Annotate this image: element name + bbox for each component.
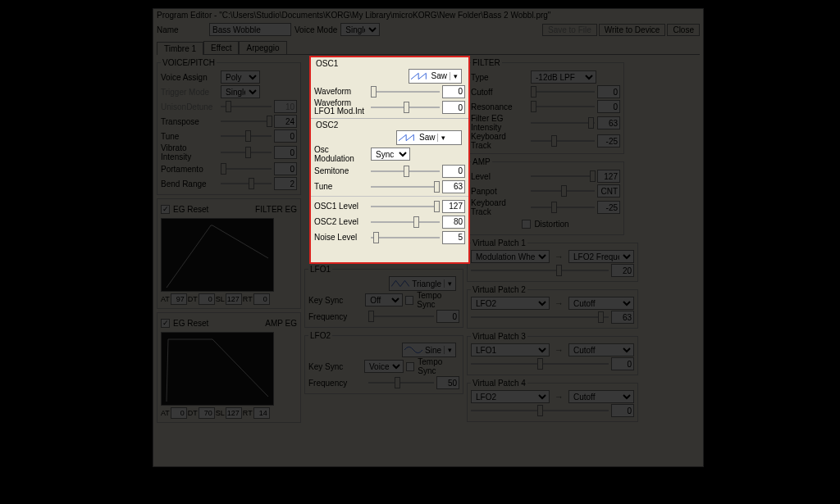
noise-level-slider[interactable] (371, 232, 440, 243)
osc2-wave-select[interactable]: Saw ▾ (396, 130, 462, 145)
tune-slider[interactable] (221, 130, 272, 142)
distortion-checkbox[interactable]: Distortion (522, 220, 568, 229)
arrow-right-icon: → (553, 345, 565, 355)
vp2-dst-select[interactable]: Cutoff (568, 297, 634, 310)
osc2-level-slider[interactable] (371, 216, 440, 228)
unison-detune-slider (221, 101, 272, 112)
osc1-lfo1mod-slider[interactable] (371, 102, 440, 113)
portamento-slider[interactable] (221, 163, 272, 175)
vp4-slider[interactable] (471, 405, 609, 416)
highlight-region: OSC1 Saw ▾ Waveform0 Waveform LFO1 Mod.I… (309, 56, 470, 264)
chevron-down-icon: ▾ (450, 72, 459, 80)
osc2-semitone-slider[interactable] (371, 166, 440, 177)
tab-arpeggio[interactable]: Arpeggio (239, 41, 286, 54)
osc1-level-slider[interactable] (371, 201, 440, 212)
osc2-legend: OSC2 (316, 120, 465, 129)
resonance-slider[interactable] (531, 101, 595, 112)
osc1-legend: OSC1 (316, 59, 465, 68)
vp2-src-select[interactable]: LFO2 (471, 297, 550, 310)
vibrato-slider[interactable] (221, 147, 272, 158)
vp3-group: Virtual Patch 3 LFO1→Cutoff 0 (467, 332, 638, 375)
voice-mode-select[interactable]: Single (340, 23, 380, 36)
chevron-down-icon: ▾ (437, 134, 447, 142)
vp2-slider[interactable] (471, 311, 609, 323)
amp-kbd-slider[interactable] (531, 202, 595, 213)
write-to-device-button[interactable]: Write to Device (599, 24, 666, 36)
lfo1-group: LFO1 Triangle▾ Key SyncOffTempo Sync Fre… (304, 265, 463, 328)
vp3-slider[interactable] (471, 358, 609, 370)
chevron-down-icon: ▾ (444, 346, 454, 354)
filter-group: FILTER Type-12dB LPF Cutoff0 Resonance0 … (467, 58, 624, 154)
vp1-slider[interactable] (471, 265, 609, 276)
vp1-src-select[interactable]: Modulation Wheel (471, 250, 550, 263)
lfo2-wave-select[interactable]: Sine▾ (402, 343, 456, 357)
saw-wave-icon (411, 71, 429, 81)
program-name-input[interactable] (209, 23, 291, 36)
lfo1-tempo-sync-checkbox[interactable]: Tempo Sync (405, 291, 459, 309)
vp3-src-select[interactable]: LFO1 (471, 343, 550, 356)
cutoff-slider[interactable] (531, 86, 595, 98)
saw-wave-icon (399, 133, 417, 143)
lfo2-freq-slider[interactable] (368, 377, 434, 388)
close-button[interactable]: Close (667, 24, 700, 36)
filter-type-select[interactable]: -12dB LPF (531, 70, 596, 84)
transpose-slider[interactable] (221, 116, 272, 127)
trigger-mode-select: Single (221, 85, 260, 98)
lfo1-wave-select[interactable]: Triangle▾ (389, 276, 456, 291)
voice-assign-select[interactable]: Poly (221, 70, 260, 84)
osc2-mod-select[interactable]: Sync (371, 148, 410, 161)
vp4-src-select[interactable]: LFO2 (471, 390, 550, 403)
amp-eg-reset-checkbox[interactable]: ✓EG Reset (161, 319, 208, 328)
name-label: Name (157, 25, 206, 34)
panpot-slider[interactable] (531, 185, 595, 197)
lfo2-keysync-select[interactable]: Voice (364, 360, 404, 373)
vp4-dst-select[interactable]: Cutoff (568, 390, 634, 403)
save-to-file-button[interactable]: Save to File (542, 24, 597, 36)
osc2-tune-slider[interactable] (371, 181, 440, 193)
amp-eg-group: ✓EG ResetAMP EG AT0 DT70 SL127 RT14 (157, 312, 301, 423)
arrow-right-icon: → (553, 298, 565, 308)
vp4-group: Virtual Patch 4 LFO2→Cutoff 0 (467, 379, 638, 422)
arrow-right-icon: → (553, 392, 565, 402)
filter-kbd-slider[interactable] (531, 135, 595, 147)
amp-level-slider[interactable] (531, 170, 595, 182)
lfo2-tempo-sync-checkbox[interactable]: Tempo Sync (406, 357, 459, 375)
osc1-group: OSC1 Saw ▾ Waveform0 Waveform LFO1 Mod.I… (311, 57, 468, 119)
chevron-down-icon: ▾ (444, 279, 454, 288)
filter-eg-group: ✓EG ResetFILTER EG AT97 DT0 SL127 RT0 (157, 198, 301, 309)
voice-mode-label: Voice Mode (294, 25, 337, 34)
vp1-dst-select[interactable]: LFO2 Frequenc (568, 250, 634, 263)
bend-slider[interactable] (221, 178, 272, 189)
lfo2-group: LFO2 Sine▾ Key SyncVoiceTempo Sync Frequ… (304, 331, 463, 394)
vp1-group: Virtual Patch 1 Modulation Wheel→LFO2 Fr… (467, 238, 638, 282)
tab-effect[interactable]: Effect (203, 41, 239, 54)
vp3-dst-select[interactable]: Cutoff (568, 343, 634, 356)
eg-intensity-slider[interactable] (531, 117, 595, 129)
window-title: Program Editor - "C:\Users\Studio\Docume… (157, 11, 550, 20)
osc1-waveform-slider[interactable] (371, 86, 440, 98)
filter-eg-graph[interactable] (161, 218, 274, 292)
lfo1-freq-slider[interactable] (368, 311, 434, 322)
vp2-group: Virtual Patch 2 LFO2→Cutoff 63 (467, 285, 638, 329)
filter-eg-reset-checkbox[interactable]: ✓EG Reset (161, 205, 208, 214)
osc1-wave-select[interactable]: Saw ▾ (409, 69, 462, 84)
arrow-right-icon: → (553, 252, 565, 261)
amp-eg-graph[interactable] (161, 332, 274, 406)
tab-timbre1[interactable]: Timbre 1 (157, 42, 203, 55)
lfo1-keysync-select[interactable]: Off (365, 293, 403, 306)
voice-pitch-group: VOICE/PITCH Voice AssignPoly Trigger Mod… (157, 58, 301, 195)
amp-group: AMP Level127 PanpotCNT Keyboard Track-25… (467, 157, 624, 235)
osc2-group: OSC2 Saw ▾ Osc ModulationSync Semitone0 … (311, 119, 468, 247)
